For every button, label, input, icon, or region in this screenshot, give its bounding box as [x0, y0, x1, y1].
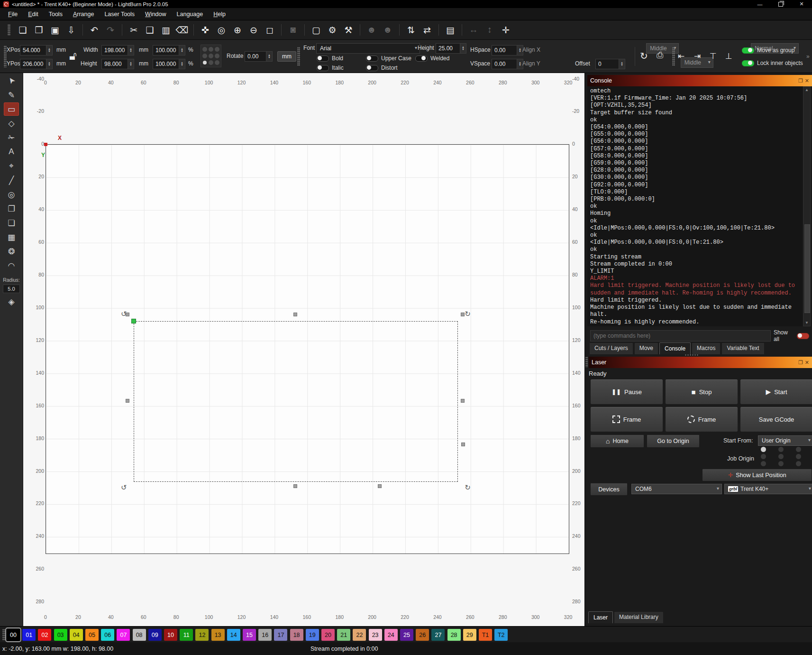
color-swatch[interactable]: 25: [400, 629, 413, 641]
font-height-spinner[interactable]: ▲▼: [460, 44, 466, 53]
color-swatch[interactable]: 18: [290, 629, 303, 641]
rotate-handle[interactable]: ↻: [465, 310, 471, 318]
hspace-input[interactable]: 0.00▲▼: [492, 45, 523, 55]
toolbar-icon[interactable]: [82, 24, 83, 36]
scroll-thumb[interactable]: [804, 224, 810, 313]
multi-user-icon[interactable]: ☻: [366, 24, 377, 36]
new-file-icon[interactable]: ❏: [17, 24, 28, 36]
console-close-icon[interactable]: ✕: [805, 78, 809, 84]
minimize-button[interactable]: —: [749, 0, 770, 8]
color-swatch[interactable]: T1: [479, 629, 492, 641]
selection-handle[interactable]: [293, 313, 297, 316]
color-swatch[interactable]: 13: [211, 629, 225, 641]
color-swatch[interactable]: 09: [148, 629, 162, 641]
show-all-toggle[interactable]: [797, 333, 809, 339]
color-swatch[interactable]: 16: [258, 629, 272, 641]
tool-circular-array[interactable]: ❂: [4, 245, 19, 258]
uppercase-toggle[interactable]: [366, 55, 378, 62]
flip-horizontal-icon[interactable]: ⇄: [421, 24, 433, 36]
color-swatch[interactable]: 12: [195, 629, 209, 641]
device-select[interactable]: grblTrent K40+: [724, 484, 812, 494]
distribute-width-icon[interactable]: ↔: [468, 24, 479, 36]
home-button[interactable]: ⌂Home: [590, 434, 644, 448]
width-input[interactable]: 198.000▲▼: [101, 45, 134, 55]
panel-splitter[interactable]: [684, 354, 699, 356]
preview-icon[interactable]: ▢: [310, 24, 322, 36]
color-swatch[interactable]: 10: [164, 629, 177, 641]
italic-toggle[interactable]: [317, 65, 329, 71]
port-select[interactable]: COM6: [631, 484, 722, 494]
color-swatch[interactable]: 15: [243, 629, 256, 641]
push-left-icon[interactable]: ⇤: [678, 51, 684, 61]
rotate-input[interactable]: 0.00▲▼: [245, 51, 273, 62]
lock-inner-toggle[interactable]: [742, 60, 754, 66]
console-log[interactable]: omtech[VER:1.1f Firmware_Time: Jan 20 20…: [587, 86, 804, 326]
ypos-spinner[interactable]: ▲▼: [46, 59, 52, 69]
font-toolbar-grip[interactable]: [297, 47, 300, 66]
undo-icon[interactable]: ↶: [89, 24, 100, 36]
selection-handle[interactable]: [461, 313, 465, 316]
tool-position-laser[interactable]: ⌖: [4, 159, 19, 173]
scroll-down-icon[interactable]: ▼: [803, 321, 810, 325]
selection-handle[interactable]: [126, 399, 129, 403]
color-swatch[interactable]: 26: [416, 629, 429, 641]
vspace-input[interactable]: 0.00▲▼: [492, 59, 523, 69]
frame-circle-button[interactable]: Frame: [665, 406, 738, 432]
console-scrollbar[interactable]: ▲ ▼: [803, 86, 811, 326]
open-file-icon[interactable]: ❒: [33, 24, 45, 36]
menu-item[interactable]: Window: [140, 9, 171, 19]
tool-copy-array[interactable]: ❏: [4, 216, 19, 230]
frame-selection-icon[interactable]: ◻: [264, 24, 275, 36]
job-origin-dot[interactable]: [761, 454, 766, 459]
pause-button[interactable]: ❚❚Pause: [590, 379, 663, 405]
zoom-out-icon[interactable]: ⊖: [248, 24, 259, 36]
close-button[interactable]: ✕: [791, 0, 812, 8]
toolbar-icon[interactable]: [360, 24, 360, 36]
move-as-group-toggle[interactable]: [742, 47, 754, 54]
color-swatch[interactable]: 05: [85, 629, 99, 641]
show-last-position-button[interactable]: ✛Show Last Position: [702, 469, 812, 481]
color-swatch[interactable]: 02: [38, 629, 51, 641]
color-swatch[interactable]: 27: [431, 629, 445, 641]
laser-header[interactable]: Laser ❐✕: [589, 357, 812, 368]
start-from-select[interactable]: User Origin: [758, 435, 812, 446]
push-bottom-icon[interactable]: ⊥: [725, 51, 732, 61]
redo-icon[interactable]: ↷: [105, 24, 116, 36]
height-pct-spinner[interactable]: ▲▼: [179, 59, 185, 69]
paste-icon[interactable]: ▥: [160, 24, 172, 36]
restore-button[interactable]: [770, 0, 791, 8]
go-to-origin-button[interactable]: Go to Origin: [647, 434, 700, 448]
color-swatch[interactable]: 11: [180, 629, 193, 641]
toolbar-grip[interactable]: [8, 24, 10, 36]
move-to-position-icon[interactable]: ✛: [500, 24, 511, 36]
units-button[interactable]: mm: [277, 51, 296, 62]
toolbar-overflow-chevron[interactable]: »: [806, 53, 810, 60]
selection-handle[interactable]: [378, 484, 382, 488]
save-gcode-button[interactable]: Save GCode: [740, 406, 812, 432]
height-pct-input[interactable]: 100.000▲▼: [153, 59, 185, 69]
width-pct-input[interactable]: 100.000▲▼: [153, 45, 185, 55]
offset-spinner[interactable]: ▲▼: [619, 59, 625, 69]
job-origin-dot[interactable]: [796, 447, 801, 452]
color-swatch[interactable]: 21: [337, 629, 350, 641]
stop-button[interactable]: ■Stop: [665, 379, 738, 405]
color-swatch[interactable]: 14: [227, 629, 240, 641]
menu-item[interactable]: Help: [208, 9, 231, 19]
selection-handle[interactable]: [293, 484, 297, 488]
settings-gear-icon[interactable]: ⚙: [327, 24, 338, 36]
dock-tab[interactable]: Material Library: [614, 611, 664, 623]
radius-input[interactable]: 5.0: [3, 285, 20, 293]
width-spinner[interactable]: ▲▼: [128, 46, 134, 55]
toolbar-icon[interactable]: [281, 24, 282, 36]
laser-float-icon[interactable]: ❐: [798, 360, 803, 366]
color-swatch[interactable]: 01: [22, 629, 36, 641]
job-origin-dot[interactable]: [778, 461, 784, 466]
distribute-height-icon[interactable]: ↕: [484, 24, 495, 36]
color-swatch[interactable]: 22: [353, 629, 366, 641]
import-icon[interactable]: ⇩: [65, 24, 77, 36]
ypos-input[interactable]: 206.000▲▼: [20, 59, 53, 69]
tool-measure[interactable]: ╱: [4, 174, 19, 187]
tool-select[interactable]: ➤: [1, 71, 21, 91]
zoom-to-page-icon[interactable]: ◎: [216, 24, 227, 36]
tool-boolean[interactable]: ❐: [4, 202, 19, 215]
